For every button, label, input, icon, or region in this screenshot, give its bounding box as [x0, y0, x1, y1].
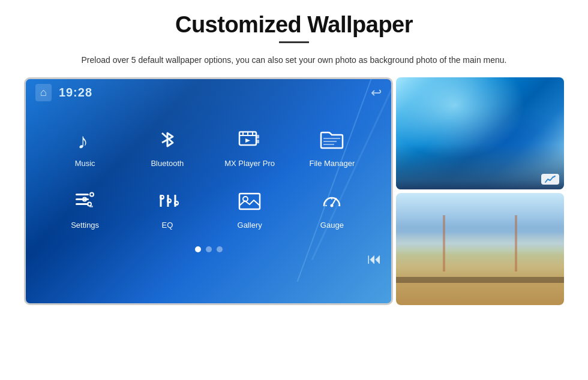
title-divider	[279, 41, 309, 43]
eq-icon	[155, 189, 180, 214]
video-icon	[237, 127, 262, 152]
settings-icon	[73, 189, 98, 214]
svg-marker-6	[245, 138, 250, 143]
svg-point-21	[160, 195, 164, 199]
app-grid-row2: Settings	[26, 180, 391, 242]
filemanager-label: File Manager	[309, 159, 355, 168]
app-eq[interactable]: EQ	[126, 180, 208, 236]
bluetooth-label: Bluetooth	[151, 159, 184, 168]
skip-previous-button[interactable]: ⏮	[367, 251, 382, 267]
app-filemanager[interactable]: File Manager	[291, 118, 373, 174]
music-label: Music	[75, 159, 95, 168]
thumbnail-ice-cave[interactable]	[396, 77, 564, 189]
page-dots	[26, 246, 391, 252]
ice-rocks	[396, 144, 564, 189]
bluetooth-icon	[155, 127, 180, 152]
chart-icon	[545, 175, 556, 183]
app-settings[interactable]: Settings	[44, 180, 126, 236]
bluetooth-icon-wrap	[152, 124, 183, 155]
gallery-icon-wrap	[234, 186, 265, 217]
dot-2[interactable]	[206, 246, 212, 252]
chart-overlay	[541, 174, 559, 185]
svg-rect-18	[89, 206, 93, 207]
svg-rect-8	[256, 140, 259, 143]
title-section: Customized Wallpaper	[175, 12, 413, 49]
bridge-tower-right	[515, 215, 517, 272]
svg-point-31	[331, 204, 334, 207]
app-bluetooth[interactable]: Bluetooth	[126, 118, 208, 174]
side-thumbnails	[390, 77, 564, 305]
thumbnail-golden-gate[interactable]	[396, 193, 564, 305]
bridge-fog	[396, 227, 564, 255]
svg-point-27	[175, 201, 178, 205]
svg-point-24	[167, 199, 171, 203]
car-screen: ⌂ 19:28 ↩ ♪ Music	[24, 77, 393, 305]
app-mxplayer[interactable]: MX Player Pro	[209, 118, 291, 174]
gauge-label: Gauge	[320, 221, 344, 230]
eq-icon-wrap	[152, 186, 183, 217]
svg-rect-28	[239, 194, 260, 209]
app-music[interactable]: ♪ Music	[44, 118, 126, 174]
page-container: Customized Wallpaper Preload over 5 defa…	[0, 0, 588, 380]
dot-3[interactable]	[217, 246, 223, 252]
time-display: 19:28	[59, 86, 371, 99]
settings-label: Settings	[71, 221, 99, 230]
gallery-label: Gallery	[238, 221, 262, 230]
content-row: ⌂ 19:28 ↩ ♪ Music	[24, 77, 564, 305]
dot-1[interactable]	[195, 246, 201, 252]
app-gallery[interactable]: Gallery	[209, 180, 291, 236]
mxplayer-label: MX Player Pro	[224, 159, 275, 168]
status-bar: ⌂ 19:28 ↩	[26, 79, 391, 106]
back-icon[interactable]: ↩	[371, 85, 382, 101]
home-icon: ⌂	[40, 86, 47, 98]
music-icon-wrap: ♪	[70, 124, 101, 155]
home-button[interactable]: ⌂	[35, 84, 52, 101]
settings-icon-wrap	[70, 186, 101, 217]
bridge-road	[396, 277, 564, 282]
folder-icon	[319, 126, 345, 153]
eq-label: EQ	[161, 221, 173, 230]
svg-rect-7	[256, 135, 259, 138]
svg-rect-12	[76, 194, 89, 195]
svg-rect-14	[76, 203, 89, 205]
bridge-tower-left	[443, 215, 445, 272]
page-title: Customized Wallpaper	[175, 12, 413, 38]
svg-point-15	[90, 193, 94, 197]
filemanager-icon-wrap	[316, 124, 347, 155]
app-grid-row1: ♪ Music Bluetooth	[26, 106, 391, 180]
page-subtitle: Preload over 5 default wallpaper options…	[81, 54, 506, 67]
svg-text:♪: ♪	[77, 129, 88, 152]
mxplayer-icon-wrap	[234, 124, 265, 155]
music-icon: ♪	[73, 127, 98, 152]
svg-point-17	[88, 203, 91, 206]
gallery-icon	[237, 189, 262, 214]
